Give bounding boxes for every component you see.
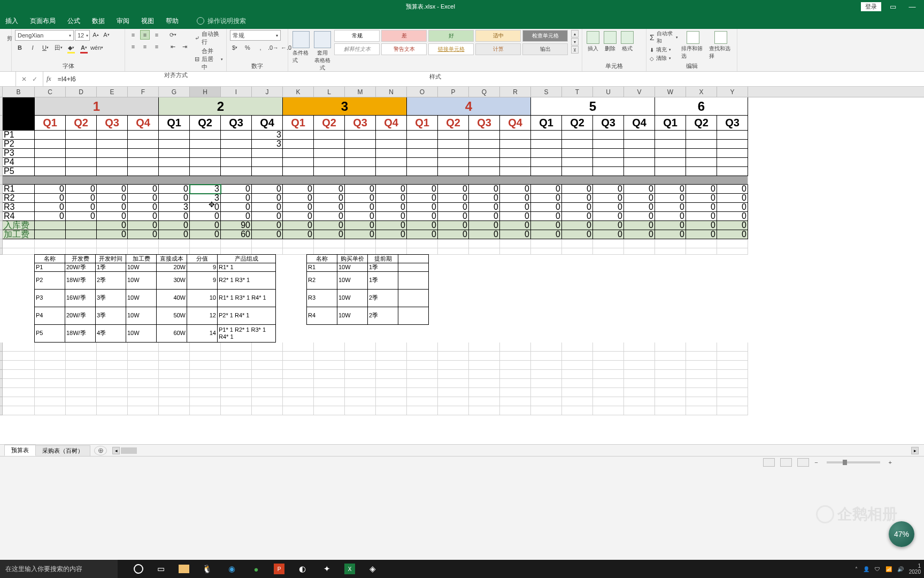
table-cell[interactable]: 10W bbox=[126, 307, 157, 325]
wechat-icon[interactable]: ● bbox=[249, 562, 263, 576]
cell[interactable] bbox=[128, 167, 159, 176]
cell[interactable] bbox=[159, 352, 190, 361]
align-center-icon[interactable]: ≡ bbox=[140, 42, 150, 51]
cell[interactable] bbox=[190, 167, 221, 176]
cell[interactable] bbox=[562, 248, 593, 255]
cell[interactable]: 0 bbox=[500, 212, 531, 221]
cell[interactable] bbox=[500, 248, 531, 255]
cell[interactable]: 0 bbox=[66, 203, 97, 212]
cell[interactable] bbox=[128, 388, 159, 397]
cell[interactable] bbox=[686, 397, 717, 406]
cell[interactable] bbox=[128, 149, 159, 158]
cell[interactable]: 0 bbox=[655, 230, 686, 239]
cell[interactable] bbox=[624, 361, 655, 370]
cell[interactable] bbox=[500, 361, 531, 370]
cell[interactable] bbox=[376, 158, 407, 167]
cell[interactable] bbox=[66, 221, 97, 230]
cell[interactable] bbox=[283, 379, 314, 388]
cell[interactable] bbox=[469, 406, 500, 415]
cell[interactable]: Q3 bbox=[97, 116, 128, 131]
cell[interactable] bbox=[655, 140, 686, 149]
table-cell[interactable]: 3季 bbox=[95, 289, 126, 307]
cell[interactable]: 0 bbox=[624, 221, 655, 230]
cancel-formula-icon[interactable]: ✕ bbox=[19, 75, 29, 83]
column-header[interactable]: V bbox=[624, 87, 655, 97]
table-header-cell[interactable]: 分值 bbox=[187, 254, 218, 263]
cell[interactable]: Q3 bbox=[345, 116, 376, 131]
cell[interactable] bbox=[686, 406, 717, 415]
cell[interactable] bbox=[655, 361, 686, 370]
cell[interactable] bbox=[283, 370, 314, 379]
align-middle-icon[interactable]: ≡ bbox=[140, 30, 150, 40]
cell[interactable]: 0 bbox=[686, 203, 717, 212]
cell-styles-gallery[interactable]: 常规差好适中检查单元格解释性文本警告文本链接单元格计算输出 bbox=[334, 30, 568, 55]
align-top-icon[interactable]: ≡ bbox=[128, 30, 138, 40]
cell[interactable]: Q1 bbox=[283, 116, 314, 131]
cell[interactable]: 0 bbox=[717, 212, 748, 221]
table-cell[interactable]: 3季 bbox=[95, 307, 126, 325]
fx-icon[interactable]: fx bbox=[43, 75, 55, 83]
cell[interactable]: 3 bbox=[159, 203, 190, 212]
cell[interactable] bbox=[376, 388, 407, 397]
cell[interactable] bbox=[624, 248, 655, 255]
cell[interactable] bbox=[252, 397, 283, 406]
excel-icon[interactable]: X bbox=[344, 564, 355, 574]
cell[interactable] bbox=[469, 158, 500, 167]
cell[interactable]: 0 bbox=[593, 194, 624, 203]
column-header[interactable]: W bbox=[655, 87, 686, 97]
cell[interactable] bbox=[531, 397, 562, 406]
font-color-button[interactable]: A▾ bbox=[79, 43, 89, 52]
cell[interactable] bbox=[128, 397, 159, 406]
style-cell[interactable]: 常规 bbox=[334, 30, 380, 42]
ribbon-tab[interactable]: 页面布局 bbox=[30, 17, 56, 26]
cell[interactable]: 0 bbox=[190, 221, 221, 230]
edge-icon[interactable]: ◉ bbox=[225, 562, 238, 576]
cell[interactable]: 0 bbox=[314, 230, 345, 239]
cell[interactable]: 0 bbox=[376, 203, 407, 212]
cell[interactable]: 0 bbox=[717, 221, 748, 230]
cell[interactable]: 0 bbox=[717, 185, 748, 194]
cell[interactable] bbox=[283, 239, 314, 248]
cell[interactable] bbox=[500, 158, 531, 167]
cell[interactable] bbox=[128, 343, 159, 352]
cell[interactable] bbox=[3, 406, 35, 415]
cell[interactable]: 0 bbox=[624, 203, 655, 212]
gallery-up-icon[interactable]: ▴ bbox=[571, 30, 579, 37]
cell[interactable] bbox=[97, 167, 128, 176]
table-cell[interactable]: 2季 bbox=[367, 289, 398, 307]
column-header[interactable]: Y bbox=[717, 87, 748, 97]
cell[interactable]: 0 bbox=[252, 203, 283, 212]
comma-format-icon[interactable]: , bbox=[256, 43, 265, 52]
cell[interactable] bbox=[407, 239, 438, 248]
cell[interactable] bbox=[624, 370, 655, 379]
cell[interactable] bbox=[562, 343, 593, 352]
cell[interactable] bbox=[438, 352, 469, 361]
cell[interactable] bbox=[35, 406, 66, 415]
cell[interactable] bbox=[624, 239, 655, 248]
column-header[interactable]: P bbox=[438, 87, 469, 97]
table-header-cell[interactable]: 产品组成 bbox=[217, 254, 276, 263]
cell[interactable]: 0 bbox=[159, 221, 190, 230]
cell[interactable] bbox=[407, 158, 438, 167]
cell[interactable] bbox=[376, 397, 407, 406]
autosum-button[interactable]: Σ自动求和▾ bbox=[650, 30, 678, 45]
cell[interactable] bbox=[35, 131, 66, 140]
bold-button[interactable]: B bbox=[15, 43, 25, 52]
cell[interactable]: 0 bbox=[438, 221, 469, 230]
cell[interactable]: 0 bbox=[562, 230, 593, 239]
horizontal-scrollbar[interactable]: ◂▸ bbox=[112, 447, 919, 454]
name-box[interactable] bbox=[0, 72, 16, 86]
cell[interactable]: 0 bbox=[407, 185, 438, 194]
align-bottom-icon[interactable]: ≡ bbox=[152, 30, 161, 40]
tray-chevron-icon[interactable]: ˄ bbox=[855, 566, 858, 572]
cell[interactable] bbox=[252, 388, 283, 397]
cell[interactable] bbox=[221, 140, 252, 149]
cell[interactable]: 0 bbox=[531, 185, 562, 194]
cell[interactable]: 0 bbox=[190, 230, 221, 239]
table-cell[interactable]: 16W/季 bbox=[65, 289, 96, 307]
cell[interactable] bbox=[469, 370, 500, 379]
column-header[interactable]: R bbox=[500, 87, 531, 97]
table-header-cell[interactable]: 加工费 bbox=[126, 254, 157, 263]
cell[interactable]: 0 bbox=[655, 194, 686, 203]
cell[interactable] bbox=[376, 352, 407, 361]
